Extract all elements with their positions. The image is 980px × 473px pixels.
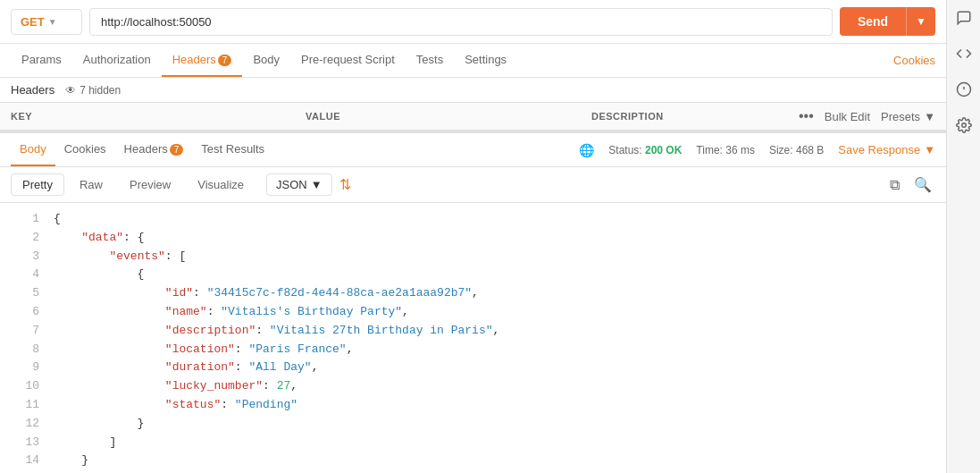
search-button[interactable]: 🔍 xyxy=(910,173,935,197)
send-btn-group: Send ▼ xyxy=(840,7,935,36)
code-line-6: 6 "name": "Vitalis's Birthday Party", xyxy=(0,303,946,322)
method-label: GET xyxy=(21,15,45,29)
code-line-4: 4 { xyxy=(0,266,946,284)
tab-pre-request-script[interactable]: Pre-request Script xyxy=(290,44,406,77)
response-headers-badge: 7 xyxy=(170,144,184,156)
code-line-10: 10 "lucky_number": 27, xyxy=(0,377,946,396)
status-area: 🌐 Status: 200 OK Time: 36 ms Size: 468 B… xyxy=(579,143,935,157)
response-tab-cookies[interactable]: Cookies xyxy=(55,133,115,166)
presets-button[interactable]: Presets ▼ xyxy=(881,110,935,123)
status-value: 200 OK xyxy=(645,144,682,156)
headers-label: Headers xyxy=(11,83,54,97)
code-line-12: 12 } xyxy=(0,415,946,434)
save-response-chevron-icon: ▼ xyxy=(924,143,935,156)
tab-params[interactable]: Params xyxy=(11,44,72,77)
code-line-11: 11 "status": "Pending" xyxy=(0,396,946,415)
headers-badge: 7 xyxy=(218,55,232,66)
comment-icon[interactable] xyxy=(953,7,975,29)
settings-icon[interactable] xyxy=(953,114,975,136)
right-sidebar xyxy=(946,0,980,473)
code-line-14: 14 } xyxy=(0,452,946,470)
url-bar: GET ▼ Send ▼ xyxy=(0,0,946,44)
response-tab-headers[interactable]: Headers7 xyxy=(115,133,193,166)
cookies-link[interactable]: Cookies xyxy=(893,54,935,67)
size-value: 468 B xyxy=(796,144,824,156)
code-icon[interactable] xyxy=(953,43,975,64)
tab-headers[interactable]: Headers7 xyxy=(162,44,243,77)
method-chevron-icon: ▼ xyxy=(48,17,57,27)
code-view: 1 { 2 "data": { 3 "events": [ 4 { 5 xyxy=(0,203,946,473)
svg-point-3 xyxy=(961,123,966,128)
code-line-2: 2 "data": { xyxy=(0,229,946,248)
code-line-9: 9 "duration": "All Day", xyxy=(0,359,946,377)
response-tabs-bar: Body Cookies Headers7 Test Results 🌐 Sta… xyxy=(0,133,946,167)
headers-row: Headers 👁 7 hidden xyxy=(0,78,946,103)
filter-icon[interactable]: ⇅ xyxy=(339,176,351,193)
time-label: Time: 36 ms xyxy=(696,144,755,156)
col-description-header: DESCRIPTION xyxy=(591,111,799,122)
json-select-chevron-icon: ▼ xyxy=(311,178,322,191)
table-actions: ••• Bulk Edit Presets ▼ xyxy=(799,108,935,124)
hidden-badge: 👁 7 hidden xyxy=(65,84,121,97)
tab-body[interactable]: Body xyxy=(242,44,290,77)
format-visualize-button[interactable]: Visualize xyxy=(186,173,255,196)
status-label: Status: 200 OK xyxy=(608,144,682,156)
format-actions: ⧉ 🔍 xyxy=(886,173,935,197)
send-button[interactable]: Send xyxy=(840,7,906,36)
time-value: 36 ms xyxy=(725,144,755,156)
url-input[interactable] xyxy=(89,8,833,36)
globe-icon: 🌐 xyxy=(579,143,594,157)
table-header: KEY VALUE DESCRIPTION ••• Bulk Edit Pres… xyxy=(0,103,946,131)
method-select[interactable]: GET ▼ xyxy=(11,9,82,35)
request-tabs: Params Authorization Headers7 Body Pre-r… xyxy=(0,44,946,78)
json-format-select[interactable]: JSON ▼ xyxy=(266,173,332,196)
format-pretty-button[interactable]: Pretty xyxy=(11,173,64,196)
main-content: GET ▼ Send ▼ Params Authorization Header… xyxy=(0,0,946,473)
col-key-header: KEY xyxy=(11,111,306,122)
code-line-3: 3 "events": [ xyxy=(0,248,946,266)
copy-button[interactable]: ⧉ xyxy=(886,173,903,197)
format-raw-button[interactable]: Raw xyxy=(68,173,114,196)
col-value-header: VALUE xyxy=(306,111,591,122)
tab-settings[interactable]: Settings xyxy=(454,44,517,77)
code-line-8: 8 "location": "Paris France", xyxy=(0,341,946,359)
format-bar: Pretty Raw Preview Visualize JSON ▼ ⇅ ⧉ … xyxy=(0,167,946,203)
format-preview-button[interactable]: Preview xyxy=(118,173,182,196)
response-tab-test-results[interactable]: Test Results xyxy=(192,133,273,166)
code-line-7: 7 "description": "Vitalis 27th Birthday … xyxy=(0,322,946,341)
tab-authorization[interactable]: Authorization xyxy=(72,44,162,77)
size-label: Size: 468 B xyxy=(769,144,824,156)
code-line-13: 13 ] xyxy=(0,434,946,452)
response-area: Body Cookies Headers7 Test Results 🌐 Sta… xyxy=(0,131,946,473)
more-options-icon[interactable]: ••• xyxy=(799,108,814,124)
save-response-button[interactable]: Save Response ▼ xyxy=(838,143,935,156)
code-line-5: 5 "id": "34415c7c-f82d-4e44-88ca-ae2a1aa… xyxy=(0,284,946,303)
eye-icon: 👁 xyxy=(65,84,76,97)
response-tab-body[interactable]: Body xyxy=(11,133,55,166)
code-line-1: 1 { xyxy=(0,210,946,229)
bulk-edit-button[interactable]: Bulk Edit xyxy=(825,110,870,123)
presets-chevron-icon: ▼ xyxy=(924,110,935,123)
tab-tests[interactable]: Tests xyxy=(406,44,454,77)
send-dropdown-button[interactable]: ▼ xyxy=(906,7,935,36)
hidden-count: 7 hidden xyxy=(80,84,121,97)
info-icon[interactable] xyxy=(953,79,975,100)
